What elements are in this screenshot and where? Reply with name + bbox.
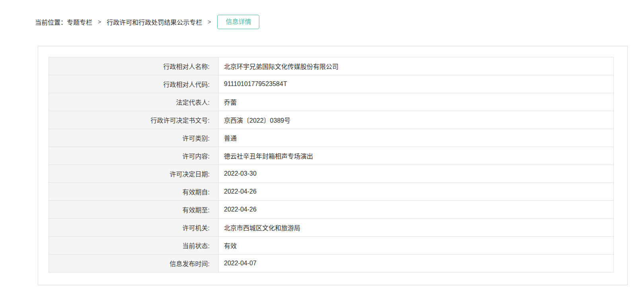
field-value: 有效: [219, 237, 614, 255]
field-label: 有效期至:: [49, 201, 219, 219]
field-value: 乔蕾: [219, 93, 614, 111]
breadcrumb-separator-icon: >: [208, 19, 211, 25]
table-row-decision-doc-number: 行政许可决定书文号: 京西演〔2022〕0389号: [49, 111, 614, 129]
field-label: 信息发布时间:: [49, 255, 219, 272]
field-label: 许可机关:: [49, 219, 219, 237]
field-label: 许可决定日期:: [49, 165, 219, 183]
field-value: 91110101779523584T: [219, 75, 614, 93]
field-label: 行政相对人名称:: [49, 57, 219, 75]
field-value: 2022-04-26: [219, 183, 614, 201]
field-label: 法定代表人:: [49, 93, 219, 111]
breadcrumb-prefix: 当前位置：: [35, 17, 67, 27]
table-row-entity-code: 行政相对人代码: 91110101779523584T: [49, 75, 614, 93]
info-detail-badge[interactable]: 信息详情: [217, 15, 259, 29]
field-label: 许可内容:: [49, 147, 219, 165]
field-label: 有效期自:: [49, 183, 219, 201]
table-row-licensing-authority: 许可机关: 北京市西城区文化和旅游局: [49, 219, 614, 237]
table-row-valid-to: 有效期至: 2022-04-26: [49, 201, 614, 219]
table-row-legal-representative: 法定代表人: 乔蕾: [49, 93, 614, 111]
breadcrumb-item-license-punishment-column[interactable]: 行政许可和行政处罚结果公示专栏: [107, 17, 202, 27]
field-label: 当前状态:: [49, 237, 219, 255]
table-row-decision-date: 许可决定日期: 2022-03-30: [49, 165, 614, 183]
field-value: 2022-04-26: [219, 201, 614, 219]
field-label: 行政许可决定书文号:: [49, 111, 219, 129]
field-value: 京西演〔2022〕0389号: [219, 111, 614, 129]
field-value: 2022-03-30: [219, 165, 614, 183]
breadcrumb-separator-icon: >: [98, 19, 101, 25]
field-value: 普通: [219, 129, 614, 147]
field-value: 北京环宇兄弟国际文化传媒股份有限公司: [219, 57, 614, 75]
table-row-publish-time: 信息发布时间: 2022-04-07: [49, 255, 614, 272]
table-row-current-status: 当前状态: 有效: [49, 237, 614, 255]
detail-panel: 行政相对人名称: 北京环宇兄弟国际文化传媒股份有限公司 行政相对人代码: 911…: [38, 46, 628, 285]
table-row-license-content: 许可内容: 德云社辛丑年封箱相声专场演出: [49, 147, 614, 165]
breadcrumb: 当前位置： 专题专栏 > 行政许可和行政处罚结果公示专栏 > 信息详情: [35, 15, 644, 29]
field-label: 许可类别:: [49, 129, 219, 147]
field-label: 行政相对人代码:: [49, 75, 219, 93]
field-value: 北京市西城区文化和旅游局: [219, 219, 614, 237]
table-row-entity-name: 行政相对人名称: 北京环宇兄弟国际文化传媒股份有限公司: [49, 57, 614, 75]
field-value: 德云社辛丑年封箱相声专场演出: [219, 147, 614, 165]
field-value: 2022-04-07: [219, 255, 614, 272]
table-row-valid-from: 有效期自: 2022-04-26: [49, 183, 614, 201]
license-detail-table: 行政相对人名称: 北京环宇兄弟国际文化传媒股份有限公司 行政相对人代码: 911…: [49, 57, 614, 272]
breadcrumb-item-special-columns[interactable]: 专题专栏: [67, 17, 92, 27]
table-row-license-category: 许可类别: 普通: [49, 129, 614, 147]
